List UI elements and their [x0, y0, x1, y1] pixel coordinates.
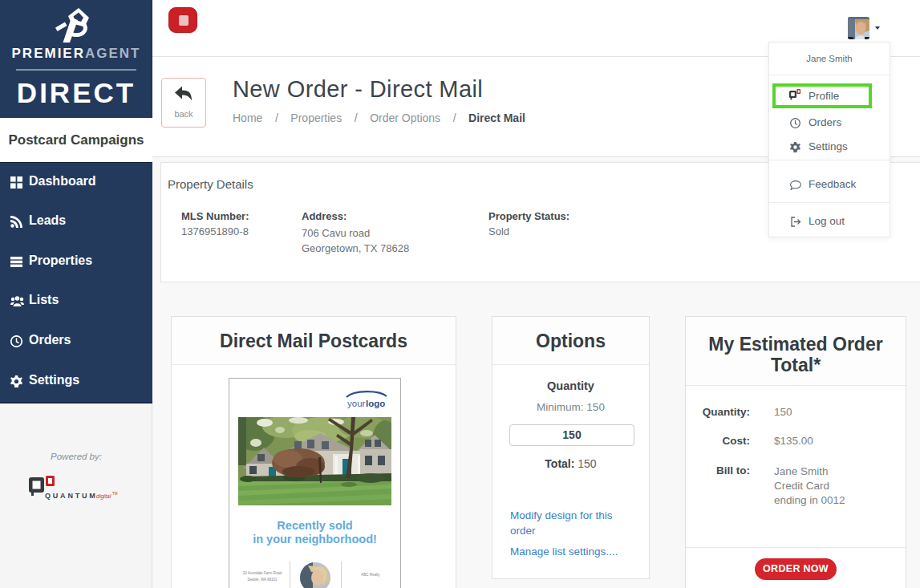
svg-text:logo: logo [366, 399, 385, 408]
svg-text:QUANTUM: QUANTUM [45, 492, 98, 500]
svg-text:your: your [347, 399, 366, 408]
svg-text:digital: digital [96, 493, 111, 500]
svg-text:TM: TM [112, 492, 118, 496]
